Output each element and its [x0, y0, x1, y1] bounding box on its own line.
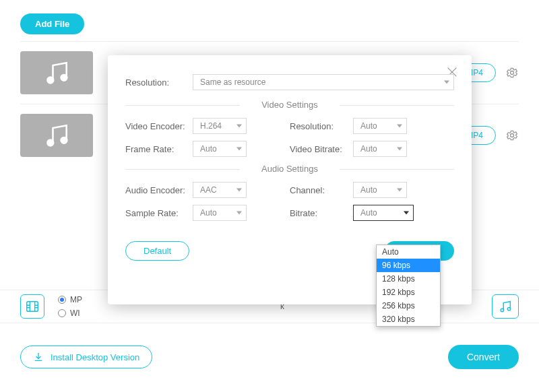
audio-settings-heading: Audio Settings — [125, 164, 454, 174]
film-icon — [25, 299, 40, 314]
video-encoder-select[interactable]: H.264 — [193, 118, 247, 134]
sample-rate-select[interactable]: Auto — [193, 205, 247, 221]
bitrate-dropdown: Auto 96 kbps 128 kbps 192 kbps 256 kbps … — [376, 244, 441, 327]
resolution2-label: Resolution: — [290, 121, 353, 131]
file-thumbnail — [20, 51, 93, 94]
chevron-down-icon — [404, 211, 409, 215]
resolution-select[interactable]: Same as resource — [193, 74, 454, 90]
install-desktop-button[interactable]: Install Desktop Version — [20, 346, 152, 368]
resolution-label: Resolution: — [125, 77, 193, 88]
chevron-down-icon — [236, 211, 242, 215]
dropdown-option-auto[interactable]: Auto — [377, 245, 440, 259]
audio-format-button[interactable] — [492, 294, 519, 319]
video-bitrate-select[interactable]: Auto — [353, 141, 407, 157]
channel-select[interactable]: Auto — [353, 182, 407, 198]
bitrate-label: Bitrate: — [290, 208, 353, 218]
default-button[interactable]: Default — [125, 241, 189, 261]
select-value: Auto — [200, 208, 217, 218]
frame-rate-select[interactable]: Auto — [193, 141, 247, 157]
svg-point-4 — [61, 137, 67, 143]
select-value: Auto — [200, 144, 217, 154]
dropdown-option-96[interactable]: 96 kbps — [377, 259, 440, 272]
select-value: AAC — [200, 185, 217, 195]
radio-label: WI — [70, 308, 80, 318]
svg-point-0 — [47, 77, 53, 84]
music-note-icon — [42, 58, 71, 88]
select-value: Auto — [360, 121, 377, 131]
audio-encoder-label: Audio Encoder: — [125, 185, 193, 195]
audio-bitrate-select[interactable]: Auto — [353, 205, 414, 221]
output-radio-group: MP WI — [58, 295, 82, 318]
chevron-down-icon — [236, 189, 242, 192]
music-note-icon — [42, 121, 71, 150]
chevron-down-icon — [444, 81, 449, 84]
dropdown-option-320[interactable]: 320 kbps — [377, 313, 440, 326]
footer-row: Install Desktop Version Convert — [0, 337, 539, 377]
svg-point-3 — [47, 140, 53, 146]
audio-encoder-select[interactable]: AAC — [193, 182, 247, 198]
chevron-down-icon — [397, 125, 402, 128]
svg-point-1 — [61, 75, 67, 81]
chevron-down-icon — [397, 148, 402, 151]
radio-wi[interactable]: WI — [58, 308, 82, 318]
file-thumbnail — [20, 114, 93, 157]
radio-label: MP — [70, 295, 82, 304]
svg-point-5 — [511, 134, 514, 137]
radio-mp[interactable]: MP — [58, 295, 82, 304]
gear-icon[interactable] — [505, 66, 519, 79]
svg-point-8 — [507, 307, 510, 310]
select-value: H.264 — [200, 121, 222, 131]
video-format-button[interactable] — [20, 294, 44, 319]
select-value: Same as resource — [200, 77, 265, 87]
add-file-button[interactable]: Add File — [20, 13, 84, 34]
channel-label: Channel: — [290, 185, 353, 195]
chevron-down-icon — [397, 189, 402, 192]
svg-point-7 — [501, 308, 503, 311]
dropdown-option-256[interactable]: 256 kbps — [377, 299, 440, 313]
convert-button[interactable]: Convert — [448, 345, 519, 369]
dropdown-option-192[interactable]: 192 kbps — [377, 286, 440, 299]
chevron-down-icon — [236, 148, 242, 151]
radio-indicator-icon — [58, 296, 66, 304]
video-bitrate-label: Video Bitrate: — [290, 144, 353, 154]
chevron-down-icon — [236, 125, 242, 128]
select-value: Auto — [360, 144, 377, 154]
select-value: Auto — [360, 185, 377, 195]
download-icon — [33, 352, 44, 362]
dropdown-option-128[interactable]: 128 kbps — [377, 272, 440, 286]
radio-indicator-icon — [58, 309, 66, 317]
video-encoder-label: Video Encoder: — [125, 121, 193, 131]
select-value: Auto — [360, 208, 377, 218]
gear-icon[interactable] — [505, 129, 519, 142]
svg-rect-6 — [27, 302, 38, 312]
video-settings-heading: Video Settings — [125, 100, 454, 110]
sample-rate-label: Sample Rate: — [125, 208, 193, 218]
music-icon — [498, 299, 513, 314]
svg-point-2 — [511, 71, 514, 75]
video-resolution-select[interactable]: Auto — [353, 118, 407, 134]
install-desktop-label: Install Desktop Version — [51, 352, 139, 362]
frame-rate-label: Frame Rate: — [125, 144, 193, 154]
